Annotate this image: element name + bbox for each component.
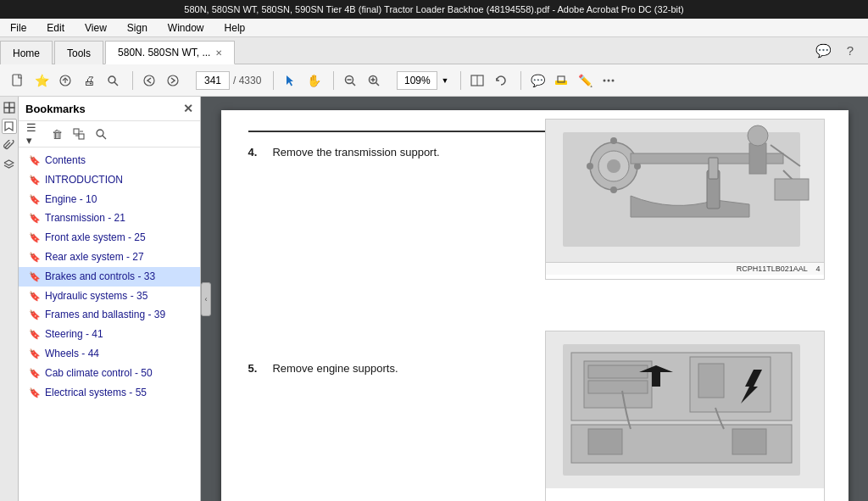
- bookmark-frames[interactable]: 🔖 Frames and ballasting - 39: [19, 305, 200, 325]
- menu-view[interactable]: View: [81, 20, 110, 36]
- comment-tool[interactable]: 💬: [526, 70, 548, 92]
- svg-point-37: [610, 186, 617, 193]
- svg-point-28: [97, 130, 103, 136]
- bookmarks-menu-button[interactable]: ☰ ▾: [25, 125, 44, 143]
- annotation-tools-group: 💬 ✏️: [526, 70, 620, 92]
- svg-point-17: [604, 79, 606, 81]
- bookmark-icon: 🔖: [29, 212, 41, 225]
- panel-collapse-handle[interactable]: ‹: [201, 282, 211, 316]
- svg-point-35: [610, 137, 617, 144]
- hand-tool[interactable]: ✋: [303, 70, 325, 92]
- prev-page-button[interactable]: [138, 70, 160, 92]
- title-bar: 580N, 580SN WT, 580SN, 590SN Tier 4B (fi…: [0, 0, 868, 19]
- help-icon[interactable]: ?: [839, 40, 861, 62]
- delete-bookmark-button[interactable]: 🗑: [47, 125, 66, 143]
- svg-rect-52: [588, 381, 648, 393]
- zoom-in-button[interactable]: [363, 70, 385, 92]
- sidebar-layers-icon[interactable]: [2, 156, 17, 171]
- bookmark-icon: 🔖: [29, 174, 41, 186]
- search-icon[interactable]: [102, 70, 124, 92]
- svg-point-19: [612, 79, 615, 81]
- menu-sign[interactable]: Sign: [124, 20, 151, 36]
- draw-tool[interactable]: ✏️: [574, 70, 596, 92]
- menu-window[interactable]: Window: [164, 20, 208, 36]
- tab-bar: Home Tools 580N. 580SN WT, ... ✕ 💬 ?: [0, 37, 868, 64]
- svg-rect-46: [775, 179, 809, 200]
- page-total: / 4330: [233, 75, 261, 86]
- bookmark-rear-axle[interactable]: 🔖 Rear axle system - 27: [19, 248, 200, 267]
- next-page-button[interactable]: [162, 70, 184, 92]
- select-tool[interactable]: [279, 70, 301, 92]
- svg-line-10: [376, 82, 380, 86]
- zoom-dropdown-icon[interactable]: ▼: [441, 76, 448, 85]
- bookmark-engine[interactable]: 🔖 Engine - 10: [19, 190, 200, 209]
- toolbar-left-group: ⭐ 🖨: [7, 70, 124, 92]
- sidebar-bookmarks-icon[interactable]: [2, 119, 17, 134]
- zoom-out-button[interactable]: [339, 70, 361, 92]
- upload-icon[interactable]: [54, 70, 76, 92]
- bookmark-transmission[interactable]: 🔖 Transmission - 21: [19, 209, 200, 228]
- tab-close-icon[interactable]: ✕: [215, 48, 222, 58]
- bookmark-cab-climate[interactable]: 🔖 Cab climate control - 50: [19, 364, 200, 383]
- new-button[interactable]: [7, 70, 29, 92]
- svg-rect-51: [588, 365, 648, 378]
- tab-home[interactable]: Home: [0, 41, 53, 64]
- menu-help[interactable]: Help: [221, 20, 249, 36]
- bookmarks-close-icon[interactable]: ✕: [183, 102, 193, 115]
- svg-rect-21: [9, 103, 14, 108]
- pdf-page: 4. Remove the transmission support. 5. R…: [221, 110, 849, 501]
- bookmark-toolbar-icon[interactable]: ⭐: [31, 70, 53, 92]
- bookmark-brakes[interactable]: 🔖 Brakes and controls - 33: [19, 267, 200, 287]
- expand-bookmark-button[interactable]: [70, 125, 88, 143]
- print-icon[interactable]: 🖨: [78, 70, 100, 92]
- zoom-tools-group: [339, 70, 385, 92]
- svg-rect-23: [9, 108, 14, 113]
- tab-document[interactable]: 580N. 580SN WT, ... ✕: [105, 41, 235, 64]
- main-area: Bookmarks ✕ ☰ ▾ 🗑 🔖 Contents 🔖 INTRODUCT…: [0, 97, 868, 501]
- bookmark-contents[interactable]: 🔖 Contents: [19, 151, 200, 170]
- bookmark-icon: 🔖: [29, 387, 41, 399]
- bookmark-introduction[interactable]: 🔖 INTRODUCTION: [19, 170, 200, 190]
- comment-icon[interactable]: 💬: [812, 40, 834, 62]
- sidebar-attachments-icon[interactable]: [2, 137, 17, 153]
- svg-point-2: [108, 76, 115, 83]
- sidebar-strip: [0, 97, 19, 501]
- page-navigation: / 4330: [196, 71, 261, 90]
- menu-file[interactable]: File: [7, 20, 30, 36]
- bookmark-label: Cab climate control - 50: [45, 366, 193, 381]
- menu-edit[interactable]: Edit: [43, 20, 68, 36]
- view-tools-group: [466, 70, 512, 92]
- more-tools-icon[interactable]: [598, 70, 620, 92]
- fit-page-button[interactable]: [466, 70, 488, 92]
- search-bookmark-button[interactable]: [92, 125, 110, 143]
- bookmark-front-axle[interactable]: 🔖 Front axle system - 25: [19, 228, 200, 248]
- toolbar-separator-4: [460, 71, 461, 90]
- step-4-instruction: Remove the transmission support.: [272, 146, 439, 159]
- bookmark-icon: 🔖: [29, 328, 41, 341]
- highlight-tool[interactable]: [550, 70, 572, 92]
- step-4-number: 4.: [248, 146, 258, 159]
- svg-point-34: [607, 159, 620, 173]
- bookmark-hydraulic[interactable]: 🔖 Hydraulic systems - 35: [19, 287, 200, 306]
- title-bar-text: 580N, 580SN WT, 580SN, 590SN Tier 4B (fi…: [7, 4, 861, 14]
- svg-line-29: [103, 136, 106, 139]
- bookmark-label: Frames and ballasting - 39: [45, 308, 193, 322]
- zoom-input[interactable]: [397, 71, 437, 90]
- svg-rect-24: [74, 129, 79, 134]
- bookmark-steering[interactable]: 🔖 Steering - 41: [19, 325, 200, 344]
- pdf-area[interactable]: 4. Remove the transmission support. 5. R…: [201, 97, 868, 501]
- svg-rect-55: [698, 364, 724, 398]
- sidebar-page-thumbnails-icon[interactable]: [2, 100, 17, 115]
- bookmark-icon: 🔖: [29, 154, 41, 167]
- page-number-input[interactable]: [196, 71, 230, 90]
- figure-2-area: [545, 331, 825, 501]
- bookmark-wheels[interactable]: 🔖 Wheels - 44: [19, 344, 200, 364]
- svg-point-18: [608, 79, 610, 81]
- tab-tools[interactable]: Tools: [54, 41, 103, 64]
- svg-point-5: [168, 75, 178, 86]
- bookmark-electrical[interactable]: 🔖 Electrical systems - 55: [19, 383, 200, 403]
- svg-point-4: [144, 75, 154, 86]
- rotate-icon[interactable]: [490, 70, 512, 92]
- toolbar-separator-5: [520, 71, 521, 90]
- bookmark-label: Engine - 10: [45, 192, 193, 207]
